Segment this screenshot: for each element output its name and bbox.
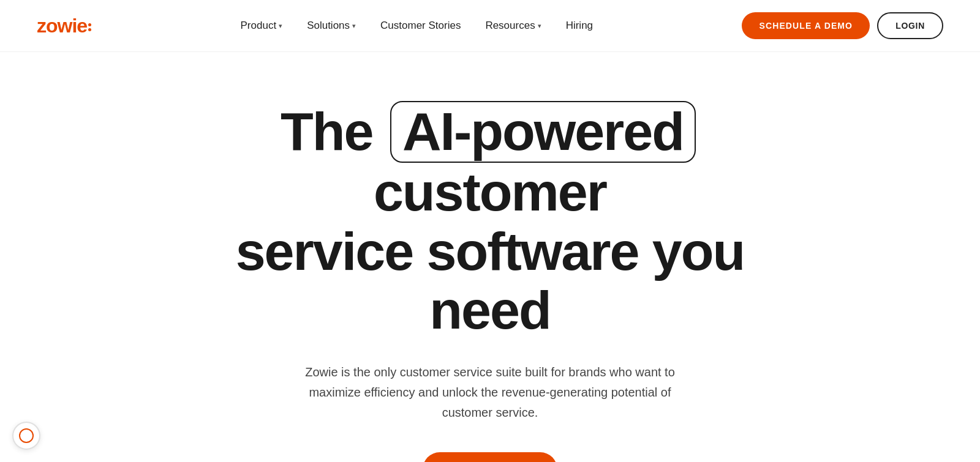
nav-actions: SCHEDULE A DEMO LOGIN xyxy=(742,12,943,39)
login-button[interactable]: LOGIN xyxy=(877,12,943,39)
svg-point-3 xyxy=(28,436,29,438)
chevron-down-icon: ▾ xyxy=(352,22,356,30)
logo[interactable]: zowie xyxy=(37,16,91,35)
site-header: zowie Product ▾ Solutions ▾ Customer Sto… xyxy=(0,0,980,52)
nav-item-product[interactable]: Product ▾ xyxy=(231,15,293,37)
nav-label-customer-stories: Customer Stories xyxy=(380,20,461,32)
logo-dot-top xyxy=(88,23,91,26)
nav-label-resources: Resources xyxy=(485,20,535,32)
svg-point-0 xyxy=(20,429,33,442)
svg-point-5 xyxy=(26,435,27,436)
cookie-icon xyxy=(18,428,34,444)
cookie-preferences-button[interactable] xyxy=(12,422,40,450)
nav-label-hiring: Hiring xyxy=(566,20,593,32)
nav-item-customer-stories[interactable]: Customer Stories xyxy=(371,15,470,37)
svg-point-1 xyxy=(23,433,25,435)
hero-title-line-1: The AI-powered customer xyxy=(214,101,766,222)
nav-label-solutions: Solutions xyxy=(307,20,350,32)
nav-label-product: Product xyxy=(241,20,277,32)
svg-point-2 xyxy=(26,432,28,433)
hero-title-highlight: AI-powered xyxy=(390,101,696,163)
chevron-down-icon: ▾ xyxy=(538,22,541,30)
logo-dot-bottom xyxy=(88,28,91,31)
nav-item-hiring[interactable]: Hiring xyxy=(556,15,603,37)
logo-text: zowie xyxy=(37,16,87,35)
logo-decoration xyxy=(88,23,91,31)
hero-subtitle: Zowie is the only customer service suite… xyxy=(294,362,686,423)
nav-item-resources[interactable]: Resources ▾ xyxy=(475,15,551,37)
nav-item-solutions[interactable]: Solutions ▾ xyxy=(297,15,366,37)
hero-title-line-2: service software you need xyxy=(214,222,766,341)
main-nav: Product ▾ Solutions ▾ Customer Stories R… xyxy=(231,15,603,37)
hero-section: The AI-powered customer service software… xyxy=(0,52,980,462)
chevron-down-icon: ▾ xyxy=(279,22,282,30)
get-started-button[interactable]: GET STARTED xyxy=(423,452,557,462)
hero-title-before: The xyxy=(281,101,372,162)
svg-point-4 xyxy=(24,437,25,438)
hero-title: The AI-powered customer service software… xyxy=(214,101,766,340)
schedule-demo-button[interactable]: SCHEDULE A DEMO xyxy=(742,12,870,39)
